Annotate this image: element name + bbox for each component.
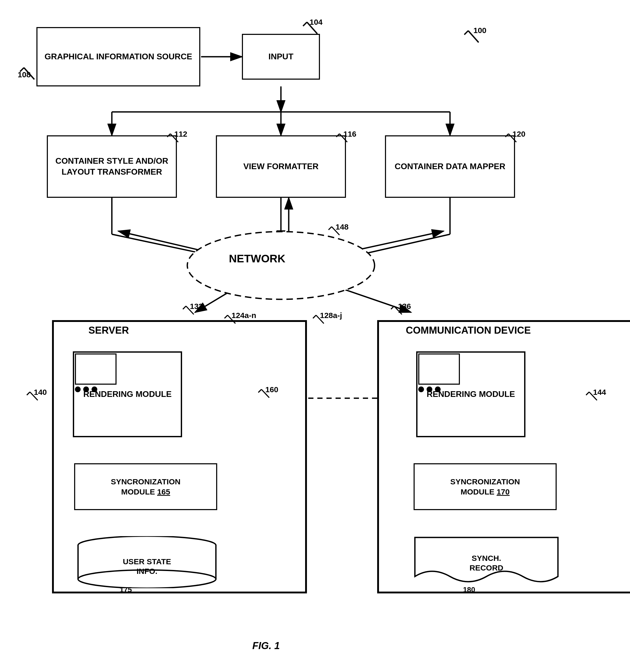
svg-line-28	[307, 22, 317, 34]
network-oval	[182, 229, 380, 302]
svg-text:RECORD: RECORD	[470, 563, 503, 572]
tick-112	[167, 132, 182, 143]
svg-line-37	[336, 134, 339, 137]
comm-monitor-screen	[418, 354, 460, 385]
container-style-box: CONTAINER STYLE AND/OR LAYOUT TRANSFORME…	[47, 135, 177, 198]
svg-line-32	[24, 68, 34, 79]
svg-line-44	[183, 306, 186, 309]
graphical-info-source-box: GRAPHICAL INFORMATION SOURCE	[36, 27, 200, 87]
svg-line-30	[468, 31, 479, 43]
tick-160	[257, 387, 273, 399]
svg-text:SYNCH.: SYNCH.	[472, 554, 501, 562]
svg-text:USER STATE: USER STATE	[123, 557, 171, 566]
tick-116	[335, 132, 351, 143]
server-monitor-dots	[75, 386, 97, 392]
svg-line-54	[586, 392, 589, 395]
tick-108	[19, 65, 40, 81]
comm-device-label: COMMUNICATION DEVICE	[406, 325, 531, 336]
server-label: SERVER	[89, 325, 129, 336]
svg-line-42	[329, 227, 332, 230]
tick-100	[463, 28, 484, 44]
view-formatter-box: VIEW FORMATTER	[216, 135, 346, 198]
label-180: 180	[463, 585, 475, 594]
comm-sync-box: SYNCRONIZATIONMODULE 170	[413, 463, 557, 510]
svg-line-52	[27, 392, 30, 395]
svg-line-50	[313, 315, 316, 318]
tick-124	[224, 313, 239, 325]
tick-128	[312, 313, 328, 325]
tick-104	[302, 20, 323, 35]
tick-120	[505, 132, 520, 143]
svg-line-55	[261, 389, 269, 398]
tick-136	[390, 304, 406, 316]
svg-line-29	[303, 22, 307, 26]
svg-line-38	[508, 134, 516, 142]
tick-132	[182, 304, 198, 316]
svg-line-39	[505, 134, 508, 137]
svg-line-56	[258, 389, 261, 392]
server-monitor-screen	[75, 354, 117, 385]
svg-line-43	[186, 306, 194, 314]
figure-caption: FIG. 1	[252, 640, 280, 651]
svg-line-45	[394, 306, 402, 314]
tick-140	[26, 390, 42, 402]
svg-line-51	[30, 392, 38, 400]
tick-148	[328, 224, 343, 236]
svg-line-47	[228, 315, 235, 323]
server-sync-box: SYNCRONIZATIONMODULE 165	[74, 463, 217, 510]
svg-line-53	[589, 392, 597, 400]
svg-line-48	[225, 315, 228, 318]
tick-144	[585, 390, 601, 402]
svg-point-40	[187, 232, 375, 299]
synch-record-box: SYNCH. RECORD	[413, 536, 559, 588]
svg-line-41	[332, 227, 339, 235]
svg-line-31	[464, 31, 468, 34]
user-state-cylinder: USER STATE INFO.	[74, 536, 220, 588]
network-label: NETWORK	[229, 253, 285, 265]
container-data-mapper-box: CONTAINER DATA MAPPER	[385, 135, 515, 198]
input-box: INPUT	[242, 34, 320, 80]
svg-line-49	[316, 315, 324, 323]
comm-monitor-dots	[418, 386, 440, 392]
svg-line-35	[167, 134, 170, 137]
svg-line-34	[170, 134, 178, 142]
svg-line-46	[391, 306, 394, 309]
svg-line-33	[20, 68, 24, 72]
diagram: GRAPHICAL INFORMATION SOURCE INPUT 104 1…	[0, 0, 630, 672]
svg-line-36	[339, 134, 347, 142]
label-175: 175	[120, 585, 132, 594]
svg-text:INFO.: INFO.	[136, 567, 157, 575]
